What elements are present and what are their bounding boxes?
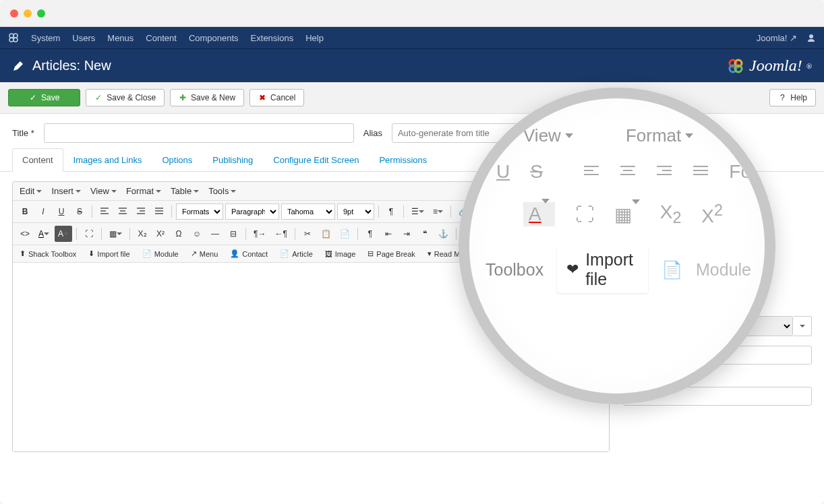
code-button[interactable]: <>	[17, 226, 33, 242]
svg-point-3	[13, 38, 18, 42]
hr-button[interactable]: —	[207, 226, 223, 242]
mag-strike-icon: S	[530, 161, 543, 183]
import-file-button[interactable]: ⬇Import file	[86, 248, 132, 259]
editor-menu-format[interactable]: Format	[126, 186, 161, 196]
traffic-lights	[10, 9, 45, 18]
tab-permissions[interactable]: Permissions	[369, 148, 437, 172]
download-icon: ⬇	[88, 249, 94, 258]
menu-extensions[interactable]: Extensions	[251, 33, 294, 43]
anchor-button[interactable]: ⚓	[435, 226, 452, 242]
tab-options[interactable]: Options	[152, 148, 202, 172]
close-window-button[interactable]	[10, 9, 18, 18]
svg-point-8	[735, 65, 742, 72]
menu-icon: ↗	[191, 249, 197, 258]
emoji-button[interactable]: ☺	[189, 226, 205, 242]
menu-button[interactable]: ↗Menu	[188, 248, 221, 259]
contact-button[interactable]: 👤Contact	[227, 248, 270, 259]
tab-images-links[interactable]: Images and Links	[63, 148, 152, 172]
outdent-button[interactable]: ⇤	[380, 226, 396, 242]
mag-icons-row: U S Fo	[483, 161, 751, 183]
mag-sub-icon: X2	[660, 201, 682, 227]
minimize-window-button[interactable]	[24, 9, 32, 18]
cut-button[interactable]: ✂	[299, 226, 316, 242]
tab-publishing[interactable]: Publishing	[202, 148, 263, 172]
mag-module: Module	[696, 260, 751, 280]
mag-align-center-icon	[620, 165, 636, 179]
formats-select[interactable]: Formats	[176, 203, 223, 220]
shack-toolbox-button[interactable]: ⬆Shack Toolbox	[17, 248, 79, 259]
help-button[interactable]: ? Help	[769, 89, 816, 106]
alias-label: Alias	[363, 128, 382, 138]
editor-menu-tools[interactable]: Tools	[208, 186, 236, 196]
user-icon[interactable]	[806, 33, 816, 42]
menu-menus[interactable]: Menus	[107, 33, 134, 43]
pencil-icon	[12, 60, 24, 72]
copy-button[interactable]: 📋	[318, 226, 334, 242]
quote-button[interactable]: ❝	[417, 226, 433, 242]
align-right-button[interactable]	[133, 203, 149, 220]
table-button[interactable]: ▦	[106, 226, 125, 242]
show-blocks-button[interactable]: ¶	[362, 226, 378, 242]
svg-point-1	[13, 34, 18, 38]
editor-menu-view[interactable]: View	[90, 186, 117, 196]
strike-button[interactable]: S	[71, 203, 88, 220]
cancel-button[interactable]: ✖ Cancel	[249, 89, 304, 106]
pagebreak-icon-button[interactable]: ⊟	[225, 226, 241, 242]
module-icon: 📄	[142, 249, 152, 258]
menu-content[interactable]: Content	[146, 33, 177, 43]
indent-button[interactable]: ⇥	[399, 226, 415, 242]
mag-toolbox: Toolbox	[485, 260, 543, 280]
omega-button[interactable]: Ω	[171, 226, 187, 242]
italic-button[interactable]: I	[35, 203, 51, 220]
save-button[interactable]: ✓ Save	[8, 89, 80, 106]
bold-button[interactable]: B	[17, 203, 33, 220]
mag-view: View	[523, 125, 573, 146]
bgcolor-button[interactable]: A	[55, 226, 72, 242]
svg-point-4	[809, 34, 813, 38]
dropdown-toggle[interactable]	[793, 316, 812, 336]
ltr-button[interactable]: ¶→	[250, 226, 269, 242]
action-toolbar: ✓ Save ✓ Save & Close ✚ Save & New ✖ Can…	[0, 82, 824, 114]
align-left-button[interactable]	[96, 203, 113, 220]
textcolor-button[interactable]: A	[35, 226, 53, 242]
maximize-window-button[interactable]	[37, 9, 45, 18]
page-break-button[interactable]: ⊟Page Break	[365, 248, 417, 259]
mag-underline-icon: U	[496, 161, 510, 183]
menu-components[interactable]: Components	[189, 33, 239, 43]
align-center-button[interactable]	[115, 203, 131, 220]
editor-menu-table[interactable]: Table	[171, 186, 199, 196]
bullet-list-button[interactable]: ☰	[408, 203, 428, 220]
paragraph-select[interactable]: Paragraph	[225, 203, 279, 220]
menu-help[interactable]: Help	[305, 33, 324, 43]
article-button[interactable]: 📄Article	[277, 248, 316, 259]
editor-menu-insert[interactable]: Insert	[51, 186, 81, 196]
read-more-icon: ▾	[428, 249, 432, 258]
superscript-button[interactable]: X²	[152, 226, 169, 242]
tab-configure-edit[interactable]: Configure Edit Screen	[263, 148, 369, 172]
fullscreen-button[interactable]: ⛶	[81, 226, 97, 242]
save-close-button[interactable]: ✓ Save & Close	[86, 89, 165, 106]
title-label: Title *	[12, 128, 34, 138]
menu-users[interactable]: Users	[72, 33, 95, 43]
mag-fullscreen-icon: ⛶	[575, 203, 594, 226]
align-justify-button[interactable]	[151, 203, 167, 220]
paste-button[interactable]: 📄	[336, 226, 353, 242]
mag-table-icon: ▦	[614, 203, 640, 226]
joomla-icon[interactable]	[8, 32, 19, 43]
title-input[interactable]	[44, 123, 354, 143]
numbered-list-button[interactable]: ≡	[430, 203, 446, 220]
subscript-button[interactable]: X₂	[134, 226, 150, 242]
styles-button[interactable]: ¶	[383, 203, 399, 220]
image-insert-button[interactable]: 🖼Image	[322, 248, 359, 259]
page-break-icon: ⊟	[367, 249, 374, 258]
underline-button[interactable]: U	[53, 203, 69, 220]
brand-link[interactable]: Joomla! ↗	[757, 33, 797, 43]
tab-content[interactable]: Content	[12, 148, 63, 172]
font-select[interactable]: Tahoma	[281, 203, 335, 220]
module-button[interactable]: 📄Module	[140, 248, 181, 259]
menu-system[interactable]: System	[31, 33, 60, 43]
fontsize-select[interactable]: 9pt	[337, 203, 374, 220]
rtl-button[interactable]: ←¶	[272, 226, 291, 242]
editor-menu-edit[interactable]: Edit	[20, 186, 42, 196]
save-new-button[interactable]: ✚ Save & New	[170, 89, 244, 106]
